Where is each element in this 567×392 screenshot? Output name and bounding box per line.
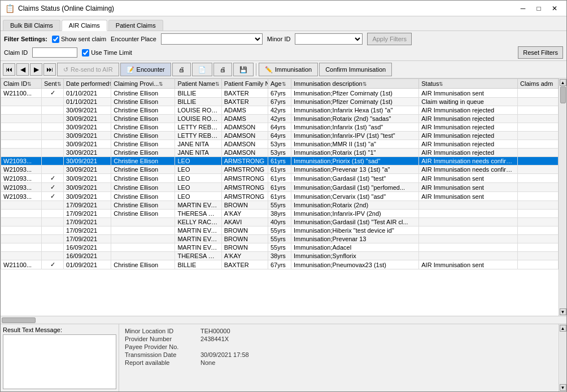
table-cell: Christine Ellison: [111, 115, 175, 123]
table-row[interactable]: W21093...✓30/09/2021Christine EllisonLEO…: [1, 192, 559, 201]
table-row[interactable]: 17/09/2021MARTIN EVANBROWN55yrsImmunisat…: [1, 235, 559, 243]
col-header-imm[interactable]: Immunisation description⇅: [291, 79, 419, 89]
show-sent-checkbox[interactable]: [52, 36, 59, 43]
reset-filters-button[interactable]: Reset Filters: [518, 46, 563, 59]
minimize-button[interactable]: ─: [516, 3, 530, 14]
table-cell: [419, 235, 518, 243]
confirm-immunisation-button[interactable]: Confirm Immunisation: [319, 63, 392, 76]
maximize-button[interactable]: □: [531, 3, 546, 14]
use-time-limit-label[interactable]: Use Time Limit: [82, 49, 132, 56]
table-cell: [518, 140, 559, 149]
claim-id-input[interactable]: [32, 47, 77, 58]
horizontal-scrollbar[interactable]: [1, 316, 566, 324]
app-icon: 📋: [5, 4, 15, 13]
scroll-down-button[interactable]: ▼: [560, 308, 566, 315]
table-row[interactable]: 17/09/2021KELLY RACHELAKAVI40yrsImmunisa…: [1, 218, 559, 227]
doc-button[interactable]: 📄: [192, 63, 212, 76]
table-cell: Christine Ellison: [111, 98, 175, 106]
table-row[interactable]: 01/10/2021Christine EllisonBILLIEBAXTER6…: [1, 98, 559, 106]
immunisation-button[interactable]: ✏️ Immunisation: [259, 63, 318, 76]
result-text-area[interactable]: [3, 334, 116, 389]
table-cell: [1, 201, 42, 210]
table-cell: Immunisation;Gardasil (1st) "perfomed...: [291, 183, 419, 192]
table-cell: [518, 235, 559, 243]
scroll-up-button[interactable]: ▲: [560, 79, 566, 86]
tab-bulk-bill[interactable]: Bulk Bill Claims: [3, 20, 60, 31]
apply-filters-button[interactable]: Apply Filters: [367, 33, 412, 45]
table-row[interactable]: 30/09/2021Christine EllisonLETTY REBEC..…: [1, 123, 559, 132]
encounter-button[interactable]: 📝 Encounter: [120, 63, 171, 76]
table-cell: AIR Immunisation sent: [419, 183, 518, 192]
table-row[interactable]: 30/09/2021Christine EllisonJANE NITAADAM…: [1, 149, 559, 157]
scroll-thumb[interactable]: [560, 86, 566, 103]
print2-button[interactable]: 🖨: [213, 63, 232, 76]
table-row[interactable]: W21093...✓30/09/2021Christine EllisonLEO…: [1, 183, 559, 192]
table-row[interactable]: 30/09/2021Christine EllisonLOUISE ROSEAD…: [1, 106, 559, 115]
table-cell: ADAMS: [221, 115, 268, 123]
col-header-patient[interactable]: Patient Name⇅: [175, 79, 221, 89]
table-row[interactable]: 30/09/2021Christine EllisonJANE NITAADAM…: [1, 140, 559, 149]
encounter-place-dropdown[interactable]: [161, 33, 263, 45]
use-time-limit-checkbox[interactable]: [82, 49, 89, 56]
tab-air-claims[interactable]: AIR Claims: [62, 20, 107, 31]
print1-button[interactable]: 🖨: [172, 63, 191, 76]
table-container[interactable]: Claim ID⇅ Sent⇅ Date performed⇅ Claiming…: [1, 79, 559, 316]
table-cell: 55yrs: [268, 235, 291, 243]
table-cell: ARMSTRONG: [221, 165, 268, 174]
resend-button[interactable]: ↺ Re-send to AIR: [57, 63, 119, 76]
col-header-claims[interactable]: Claims adm: [518, 79, 559, 89]
col-header-status[interactable]: Status⇅: [419, 79, 518, 89]
nav-last-button[interactable]: ⏭: [43, 63, 56, 76]
table-row[interactable]: W21100...✓01/10/2021Christine EllisonBIL…: [1, 89, 559, 98]
table-cell: W21093...: [1, 165, 42, 174]
table-cell: 42yrs: [268, 106, 291, 115]
right-scrollbar[interactable]: ▲ ▼: [559, 79, 566, 316]
nav-next-button[interactable]: ▶: [30, 63, 42, 76]
table-row[interactable]: 30/09/2021Christine EllisonLETTY REBEC..…: [1, 132, 559, 140]
disc-button[interactable]: 💾: [233, 63, 254, 76]
table-cell: A'KAY: [221, 252, 268, 260]
table-cell: AIR Immunisation needs confirmation: [419, 165, 518, 174]
minor-id-dropdown[interactable]: [295, 33, 363, 45]
nav-first-button[interactable]: ⏮: [3, 63, 15, 76]
table-cell: 61yrs: [268, 174, 291, 183]
table-cell: AIR Immunisation sent: [419, 192, 518, 201]
table-row[interactable]: 17/09/2021Christine EllisonMARTIN EVANBR…: [1, 201, 559, 210]
scroll-track[interactable]: [560, 86, 566, 308]
scroll-up-bottom-button[interactable]: ▲: [560, 325, 566, 332]
table-cell: ✓: [41, 183, 63, 192]
table-row[interactable]: 16/09/2021MARTIN EVANBROWN55yrsImmunisat…: [1, 243, 559, 252]
table-cell: BROWN: [221, 227, 268, 235]
col-header-date[interactable]: Date performed⇅: [64, 79, 111, 89]
right-scrollbar-bottom[interactable]: ▲ ▼: [559, 324, 566, 391]
h-scroll-thumb[interactable]: [2, 317, 36, 323]
col-header-age[interactable]: Age⇅: [268, 79, 291, 89]
table-cell: 53yrs: [268, 149, 291, 157]
scroll-track-bottom[interactable]: [560, 332, 566, 384]
table-row[interactable]: W21093...30/09/2021Christine EllisonLEOA…: [1, 165, 559, 174]
table-cell: Immunisation;Rotarix (2nd) "sadas": [291, 115, 419, 123]
table-row[interactable]: 30/09/2021Christine EllisonLOUISE ROSEAD…: [1, 115, 559, 123]
table-row[interactable]: W21093...✓30/09/2021Christine EllisonLEO…: [1, 174, 559, 183]
show-sent-check-label[interactable]: Show sent claim: [52, 36, 106, 43]
col-header-family[interactable]: Patient Family Name⇅: [221, 79, 268, 89]
table-row[interactable]: 17/09/2021Christine EllisonTHERESA MAYA'…: [1, 210, 559, 218]
nav-prev-button[interactable]: ◀: [16, 63, 29, 76]
table-cell: [518, 243, 559, 252]
col-header-claimid[interactable]: Claim ID⇅: [1, 79, 42, 89]
table-cell: JANE NITA: [175, 140, 221, 149]
table-cell: [518, 252, 559, 260]
table-row[interactable]: 16/09/2021THERESA MAYA'KAY38yrsImmunisat…: [1, 252, 559, 260]
scroll-down-bottom-button[interactable]: ▼: [560, 384, 566, 391]
table-row[interactable]: 17/09/2021MARTIN EVANBROWN55yrsImmunisat…: [1, 227, 559, 235]
table-cell: [41, 165, 63, 174]
table-cell: 17/09/2021: [64, 218, 111, 227]
table-row[interactable]: W21093...30/09/2021Christine EllisonLEOA…: [1, 157, 559, 165]
table-cell: [419, 252, 518, 260]
col-header-sent[interactable]: Sent⇅: [41, 79, 63, 89]
table-cell: [518, 98, 559, 106]
tab-patient-claims[interactable]: Patient Claims: [108, 20, 163, 31]
close-button[interactable]: ✕: [547, 3, 562, 14]
table-row[interactable]: W21100...✓01/09/2021Christine EllisonBIL…: [1, 260, 559, 269]
col-header-provider[interactable]: Claiming Provi...⇅: [111, 79, 175, 89]
